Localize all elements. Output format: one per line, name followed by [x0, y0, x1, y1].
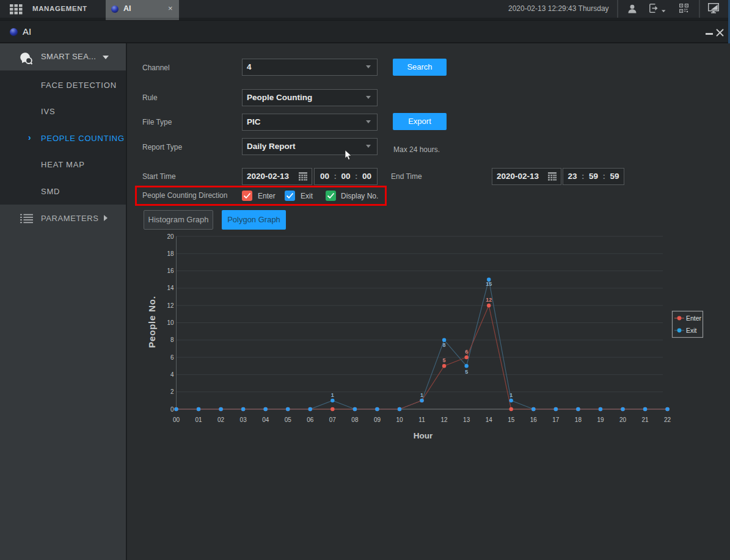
svg-text:People No.: People No. — [147, 296, 157, 348]
svg-text:Enter: Enter — [686, 315, 702, 322]
svg-text:1: 1 — [420, 392, 423, 398]
svg-text:12: 12 — [486, 297, 492, 303]
svg-text:4: 4 — [170, 371, 174, 378]
svg-text:16: 16 — [167, 267, 174, 274]
svg-text:8: 8 — [170, 336, 174, 343]
svg-text:8: 8 — [443, 342, 446, 348]
svg-text:20: 20 — [167, 233, 174, 240]
svg-text:00: 00 — [173, 416, 180, 423]
svg-text:2: 2 — [170, 388, 174, 395]
svg-text:01: 01 — [195, 416, 202, 423]
svg-text:5: 5 — [443, 357, 446, 363]
svg-text:05: 05 — [285, 416, 292, 423]
svg-text:21: 21 — [641, 416, 649, 423]
svg-text:17: 17 — [552, 416, 560, 423]
svg-text:09: 09 — [374, 416, 381, 423]
svg-text:18: 18 — [167, 250, 174, 257]
svg-text:10: 10 — [167, 319, 174, 326]
svg-text:14: 14 — [167, 285, 174, 291]
svg-text:22: 22 — [664, 416, 671, 423]
svg-text:12: 12 — [441, 416, 448, 423]
svg-text:13: 13 — [463, 416, 470, 423]
svg-text:6: 6 — [465, 349, 468, 355]
svg-text:16: 16 — [530, 416, 538, 423]
svg-text:10: 10 — [396, 416, 403, 423]
svg-text:12: 12 — [167, 302, 174, 309]
svg-text:Hour: Hour — [414, 431, 433, 440]
svg-text:1: 1 — [509, 392, 513, 398]
svg-text:04: 04 — [262, 416, 269, 423]
svg-text:19: 19 — [597, 416, 604, 423]
svg-text:0: 0 — [170, 406, 174, 413]
svg-text:07: 07 — [329, 416, 337, 423]
svg-text:15: 15 — [508, 416, 515, 423]
svg-text:08: 08 — [351, 416, 359, 423]
svg-text:11: 11 — [418, 416, 425, 423]
svg-text:Exit: Exit — [686, 327, 697, 334]
svg-text:6: 6 — [170, 354, 174, 361]
svg-text:18: 18 — [575, 416, 582, 423]
svg-text:06: 06 — [307, 416, 314, 423]
svg-text:20: 20 — [619, 416, 627, 423]
svg-text:15: 15 — [486, 281, 492, 287]
svg-text:1: 1 — [331, 392, 334, 398]
svg-text:03: 03 — [240, 416, 247, 423]
svg-text:14: 14 — [486, 416, 493, 423]
svg-text:5: 5 — [465, 369, 468, 375]
svg-text:02: 02 — [217, 416, 225, 423]
